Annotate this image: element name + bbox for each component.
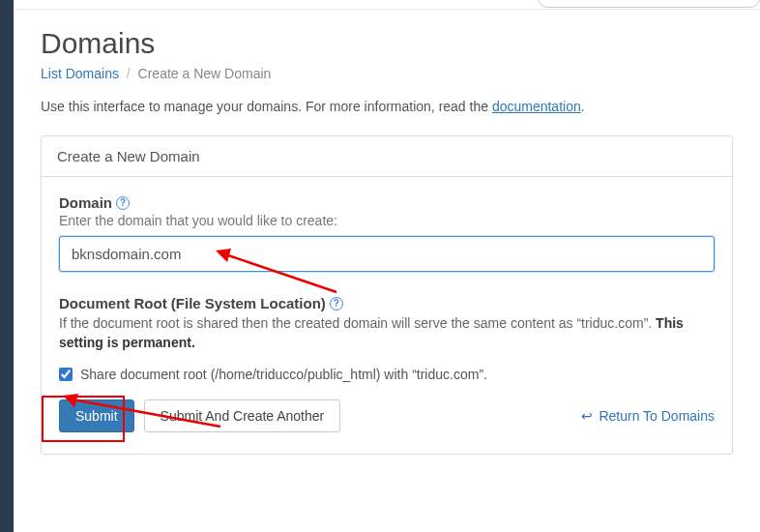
breadcrumb-list-domains[interactable]: List Domains [41,66,119,81]
documentation-link[interactable]: documentation [492,99,581,114]
intro-text: Use this interface to manage your domain… [41,99,733,114]
docroot-label: Document Root (File System Location) ? [59,295,715,311]
panel-body: Domain ? Enter the domain that you would… [42,177,732,454]
page-title: Domains [41,27,733,60]
share-docroot-label: Share document root (/home/triducco/publ… [80,367,487,382]
domain-help: Enter the domain that you would like to … [59,213,715,228]
return-to-domains-link[interactable]: ↩ Return To Domains [581,408,715,424]
breadcrumb-separator: / [127,66,131,81]
share-docroot-row[interactable]: Share document root (/home/triducco/publ… [59,367,715,382]
breadcrumb: List Domains / Create a New Domain [41,66,733,81]
panel-header: Create a New Domain [42,136,732,177]
domain-label-text: Domain [59,194,112,211]
return-icon: ↩ [581,408,593,424]
main-content: Domains List Domains / Create a New Doma… [14,0,760,532]
domain-input[interactable] [59,236,715,272]
top-bar [14,0,760,10]
return-label: Return To Domains [599,408,715,424]
submit-button[interactable]: Submit [59,399,134,432]
breadcrumb-current: Create a New Domain [138,66,272,81]
docroot-label-text: Document Root (File System Location) [59,295,326,311]
docroot-description: If the document root is shared then the … [59,313,715,353]
help-icon[interactable]: ? [330,297,343,310]
share-docroot-checkbox[interactable] [59,368,73,381]
intro-suffix: . [581,99,585,114]
docroot-desc-prefix: If the document root is shared then the … [59,315,656,331]
actions-row: Submit Submit And Create Another ↩ Retur… [59,399,715,432]
domain-label: Domain ? [59,194,715,211]
intro-prefix: Use this interface to manage your domain… [41,99,492,114]
help-icon[interactable]: ? [116,196,130,210]
sidebar-strip [0,0,14,532]
submit-another-button[interactable]: Submit And Create Another [144,399,341,432]
create-domain-panel: Create a New Domain Domain ? Enter the d… [41,135,733,455]
search-input[interactable] [538,0,760,8]
